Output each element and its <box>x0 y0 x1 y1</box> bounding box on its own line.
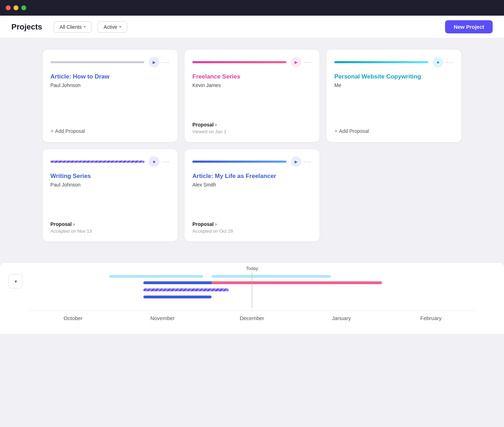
card-header-2: ▶ ··· <box>192 57 312 67</box>
progress-bar-4 <box>50 161 144 163</box>
tl-bar-6 <box>212 281 382 284</box>
more-options-5[interactable]: ··· <box>304 158 312 166</box>
chevron-down-icon: ▾ <box>84 25 86 29</box>
more-options-1[interactable]: ··· <box>162 59 170 66</box>
timeline-collapse-button[interactable]: ▾ <box>9 274 23 288</box>
play-icon-button-1[interactable]: ▶ <box>149 57 159 67</box>
proposal-status-2: Viewed on Jan 1 <box>192 129 312 134</box>
project-title-3[interactable]: Personal Website Copywriting <box>334 73 454 80</box>
active-label: Active <box>104 24 117 30</box>
client-name-5: Alex Smith <box>192 182 312 188</box>
progress-bar-1 <box>50 61 144 63</box>
add-proposal-label-1: Add Proposal <box>55 128 85 134</box>
card-header-1: ▶ ··· <box>50 57 170 67</box>
project-card-5: ▶ ··· Article: My Life as Freelancer Ale… <box>185 149 319 242</box>
card-footer-1: + Add Proposal <box>50 128 170 134</box>
add-proposal-3[interactable]: + Add Proposal <box>334 128 454 134</box>
tl-bar-3 <box>143 288 229 291</box>
month-january: January <box>297 315 386 321</box>
month-october: October <box>28 315 118 321</box>
header: Projects All Clients ▾ Active ▾ New Proj… <box>0 16 504 38</box>
month-december: December <box>207 315 297 321</box>
progress-bar-3 <box>334 61 428 63</box>
proposal-label-2: Proposal <box>192 122 214 128</box>
more-options-2[interactable]: ··· <box>304 59 312 66</box>
month-november: November <box>118 315 207 321</box>
all-clients-label: All Clients <box>60 24 82 30</box>
project-card-4: ■ ··· Writing Series Paul Johnson Propos… <box>43 149 177 242</box>
proposal-label-5: Proposal <box>192 221 214 227</box>
arrow-icon-4: › <box>73 221 75 227</box>
today-line <box>252 272 252 308</box>
project-card-1: ▶ ··· Article: How to Draw Paul Johnson … <box>43 50 177 142</box>
titlebar <box>0 0 504 16</box>
arrow-icon-2: › <box>215 122 217 128</box>
arrow-icon-5: › <box>215 221 217 227</box>
project-title-4[interactable]: Writing Series <box>50 173 170 180</box>
chevron-down-icon: ▾ <box>119 25 121 29</box>
proposal-label-4: Proposal <box>50 221 72 227</box>
proposal-status-5: Accepted on Oct 29 <box>192 228 312 234</box>
proposal-link-5[interactable]: Proposal › <box>192 221 312 227</box>
main-content: ▶ ··· Article: How to Draw Paul Johnson … <box>0 38 504 334</box>
play-icon-button-2[interactable]: ▶ <box>291 57 301 67</box>
minimize-button[interactable] <box>13 5 18 10</box>
client-name-2: Kevin James <box>192 82 312 88</box>
today-label: Today <box>246 263 258 271</box>
chevron-down-icon: ▾ <box>15 279 17 284</box>
play-icon-button-5[interactable]: ▶ <box>291 156 301 167</box>
project-card-2: ▶ ··· Freelance Series Kevin James Propo… <box>185 50 319 142</box>
new-project-button[interactable]: New Project <box>445 20 493 33</box>
all-clients-filter[interactable]: All Clients ▾ <box>54 21 92 33</box>
stop-icon-button-4[interactable]: ■ <box>149 156 159 167</box>
timeline-bars <box>50 271 476 310</box>
maximize-button[interactable] <box>21 5 26 10</box>
more-options-4[interactable]: ··· <box>162 158 170 166</box>
more-options-3[interactable]: ··· <box>446 59 454 66</box>
card-header-3: ■ ··· <box>334 57 454 67</box>
progress-bar-5 <box>192 161 286 163</box>
tl-bar-1 <box>109 275 203 278</box>
timeline-months: October November December January Februa… <box>28 310 476 330</box>
projects-grid: ▶ ··· Article: How to Draw Paul Johnson … <box>43 50 461 242</box>
plus-icon-1: + <box>50 128 54 134</box>
add-proposal-1[interactable]: + Add Proposal <box>50 128 170 134</box>
card-footer-2: Proposal › Viewed on Jan 1 <box>192 122 312 134</box>
page-title: Projects <box>11 22 42 32</box>
proposal-status-4: Accepted on Nov 13 <box>50 228 170 234</box>
tl-bar-5 <box>212 275 331 278</box>
stop-icon-button-3[interactable]: ■ <box>433 57 443 67</box>
project-card-3: ■ ··· Personal Website Copywriting Me + … <box>327 50 461 142</box>
plus-icon-3: + <box>334 128 338 134</box>
progress-bar-2 <box>192 61 286 63</box>
client-name-4: Paul Johnson <box>50 182 170 188</box>
project-title-2[interactable]: Freelance Series <box>192 73 312 80</box>
card-header-4: ■ ··· <box>50 156 170 167</box>
card-footer-4: Proposal › Accepted on Nov 13 <box>50 221 170 234</box>
close-button[interactable] <box>6 5 11 10</box>
proposal-link-2[interactable]: Proposal › <box>192 122 312 128</box>
tl-bar-4 <box>143 296 212 298</box>
project-title-1[interactable]: Article: How to Draw <box>50 73 170 80</box>
card-header-5: ▶ ··· <box>192 156 312 167</box>
month-february: February <box>386 315 476 321</box>
client-name-1: Paul Johnson <box>50 82 170 88</box>
add-proposal-label-3: Add Proposal <box>339 128 369 134</box>
project-title-5[interactable]: Article: My Life as Freelancer <box>192 173 312 180</box>
active-filter[interactable]: Active ▾ <box>98 21 127 33</box>
card-footer-5: Proposal › Accepted on Oct 29 <box>192 221 312 234</box>
client-name-3: Me <box>334 82 454 88</box>
proposal-link-4[interactable]: Proposal › <box>50 221 170 227</box>
card-footer-3: + Add Proposal <box>334 128 454 134</box>
